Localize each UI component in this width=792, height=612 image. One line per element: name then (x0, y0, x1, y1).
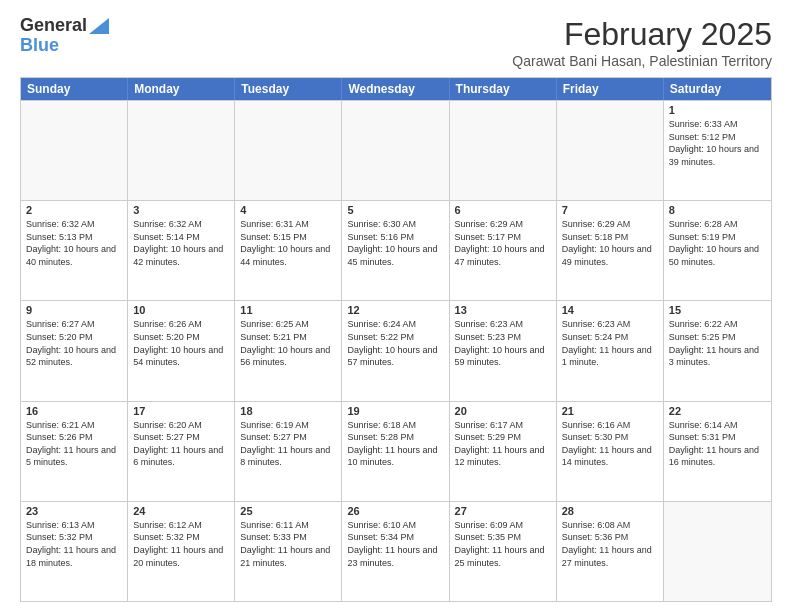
logo-general: General (20, 16, 87, 36)
day-number: 27 (455, 505, 551, 517)
day-number: 25 (240, 505, 336, 517)
day-number: 22 (669, 405, 766, 417)
calendar-cell: 22Sunrise: 6:14 AM Sunset: 5:31 PM Dayli… (664, 402, 771, 501)
day-number: 26 (347, 505, 443, 517)
day-number: 7 (562, 204, 658, 216)
cell-info: Sunrise: 6:27 AM Sunset: 5:20 PM Dayligh… (26, 318, 122, 368)
month-title: February 2025 (512, 16, 772, 53)
cell-info: Sunrise: 6:29 AM Sunset: 5:18 PM Dayligh… (562, 218, 658, 268)
day-number: 16 (26, 405, 122, 417)
day-number: 3 (133, 204, 229, 216)
calendar-cell: 20Sunrise: 6:17 AM Sunset: 5:29 PM Dayli… (450, 402, 557, 501)
day-number: 11 (240, 304, 336, 316)
cell-info: Sunrise: 6:16 AM Sunset: 5:30 PM Dayligh… (562, 419, 658, 469)
cell-info: Sunrise: 6:21 AM Sunset: 5:26 PM Dayligh… (26, 419, 122, 469)
day-number: 21 (562, 405, 658, 417)
calendar-cell: 2Sunrise: 6:32 AM Sunset: 5:13 PM Daylig… (21, 201, 128, 300)
cell-info: Sunrise: 6:18 AM Sunset: 5:28 PM Dayligh… (347, 419, 443, 469)
calendar-cell (128, 101, 235, 200)
cell-info: Sunrise: 6:13 AM Sunset: 5:32 PM Dayligh… (26, 519, 122, 569)
cell-info: Sunrise: 6:09 AM Sunset: 5:35 PM Dayligh… (455, 519, 551, 569)
calendar-header: SundayMondayTuesdayWednesdayThursdayFrid… (21, 78, 771, 100)
cell-info: Sunrise: 6:22 AM Sunset: 5:25 PM Dayligh… (669, 318, 766, 368)
calendar-cell (342, 101, 449, 200)
day-number: 6 (455, 204, 551, 216)
cell-info: Sunrise: 6:20 AM Sunset: 5:27 PM Dayligh… (133, 419, 229, 469)
cell-info: Sunrise: 6:30 AM Sunset: 5:16 PM Dayligh… (347, 218, 443, 268)
calendar-cell: 19Sunrise: 6:18 AM Sunset: 5:28 PM Dayli… (342, 402, 449, 501)
calendar-row-1: 1Sunrise: 6:33 AM Sunset: 5:12 PM Daylig… (21, 100, 771, 200)
calendar-cell: 12Sunrise: 6:24 AM Sunset: 5:22 PM Dayli… (342, 301, 449, 400)
calendar-cell: 10Sunrise: 6:26 AM Sunset: 5:20 PM Dayli… (128, 301, 235, 400)
svg-marker-0 (89, 18, 109, 34)
cell-info: Sunrise: 6:19 AM Sunset: 5:27 PM Dayligh… (240, 419, 336, 469)
day-number: 15 (669, 304, 766, 316)
calendar-row-2: 2Sunrise: 6:32 AM Sunset: 5:13 PM Daylig… (21, 200, 771, 300)
page: General Blue February 2025 Qarawat Bani … (0, 0, 792, 612)
cell-info: Sunrise: 6:25 AM Sunset: 5:21 PM Dayligh… (240, 318, 336, 368)
day-number: 12 (347, 304, 443, 316)
calendar-cell (664, 502, 771, 601)
calendar-cell: 7Sunrise: 6:29 AM Sunset: 5:18 PM Daylig… (557, 201, 664, 300)
day-number: 10 (133, 304, 229, 316)
calendar-cell: 27Sunrise: 6:09 AM Sunset: 5:35 PM Dayli… (450, 502, 557, 601)
weekday-header-monday: Monday (128, 78, 235, 100)
day-number: 23 (26, 505, 122, 517)
calendar-cell: 21Sunrise: 6:16 AM Sunset: 5:30 PM Dayli… (557, 402, 664, 501)
cell-info: Sunrise: 6:28 AM Sunset: 5:19 PM Dayligh… (669, 218, 766, 268)
calendar-cell: 11Sunrise: 6:25 AM Sunset: 5:21 PM Dayli… (235, 301, 342, 400)
day-number: 14 (562, 304, 658, 316)
day-number: 2 (26, 204, 122, 216)
weekday-header-saturday: Saturday (664, 78, 771, 100)
day-number: 5 (347, 204, 443, 216)
cell-info: Sunrise: 6:33 AM Sunset: 5:12 PM Dayligh… (669, 118, 766, 168)
header: General Blue February 2025 Qarawat Bani … (20, 16, 772, 69)
weekday-header-thursday: Thursday (450, 78, 557, 100)
calendar-cell: 23Sunrise: 6:13 AM Sunset: 5:32 PM Dayli… (21, 502, 128, 601)
weekday-header-sunday: Sunday (21, 78, 128, 100)
calendar-cell: 3Sunrise: 6:32 AM Sunset: 5:14 PM Daylig… (128, 201, 235, 300)
cell-info: Sunrise: 6:11 AM Sunset: 5:33 PM Dayligh… (240, 519, 336, 569)
cell-info: Sunrise: 6:17 AM Sunset: 5:29 PM Dayligh… (455, 419, 551, 469)
calendar-cell: 28Sunrise: 6:08 AM Sunset: 5:36 PM Dayli… (557, 502, 664, 601)
cell-info: Sunrise: 6:24 AM Sunset: 5:22 PM Dayligh… (347, 318, 443, 368)
calendar-cell: 8Sunrise: 6:28 AM Sunset: 5:19 PM Daylig… (664, 201, 771, 300)
calendar-cell (235, 101, 342, 200)
day-number: 17 (133, 405, 229, 417)
calendar-cell: 26Sunrise: 6:10 AM Sunset: 5:34 PM Dayli… (342, 502, 449, 601)
cell-info: Sunrise: 6:10 AM Sunset: 5:34 PM Dayligh… (347, 519, 443, 569)
calendar-row-3: 9Sunrise: 6:27 AM Sunset: 5:20 PM Daylig… (21, 300, 771, 400)
calendar-cell: 13Sunrise: 6:23 AM Sunset: 5:23 PM Dayli… (450, 301, 557, 400)
cell-info: Sunrise: 6:32 AM Sunset: 5:14 PM Dayligh… (133, 218, 229, 268)
calendar-cell: 4Sunrise: 6:31 AM Sunset: 5:15 PM Daylig… (235, 201, 342, 300)
cell-info: Sunrise: 6:08 AM Sunset: 5:36 PM Dayligh… (562, 519, 658, 569)
calendar-cell: 9Sunrise: 6:27 AM Sunset: 5:20 PM Daylig… (21, 301, 128, 400)
weekday-header-wednesday: Wednesday (342, 78, 449, 100)
cell-info: Sunrise: 6:12 AM Sunset: 5:32 PM Dayligh… (133, 519, 229, 569)
calendar-cell: 16Sunrise: 6:21 AM Sunset: 5:26 PM Dayli… (21, 402, 128, 501)
cell-info: Sunrise: 6:26 AM Sunset: 5:20 PM Dayligh… (133, 318, 229, 368)
calendar-cell: 6Sunrise: 6:29 AM Sunset: 5:17 PM Daylig… (450, 201, 557, 300)
logo: General Blue (20, 16, 109, 56)
day-number: 18 (240, 405, 336, 417)
calendar-cell: 24Sunrise: 6:12 AM Sunset: 5:32 PM Dayli… (128, 502, 235, 601)
calendar-cell (21, 101, 128, 200)
calendar-row-5: 23Sunrise: 6:13 AM Sunset: 5:32 PM Dayli… (21, 501, 771, 601)
cell-info: Sunrise: 6:32 AM Sunset: 5:13 PM Dayligh… (26, 218, 122, 268)
logo-icon (89, 18, 109, 34)
calendar-cell: 1Sunrise: 6:33 AM Sunset: 5:12 PM Daylig… (664, 101, 771, 200)
calendar-cell (450, 101, 557, 200)
day-number: 9 (26, 304, 122, 316)
calendar-cell: 18Sunrise: 6:19 AM Sunset: 5:27 PM Dayli… (235, 402, 342, 501)
day-number: 8 (669, 204, 766, 216)
day-number: 19 (347, 405, 443, 417)
weekday-header-tuesday: Tuesday (235, 78, 342, 100)
title-area: February 2025 Qarawat Bani Hasan, Palest… (512, 16, 772, 69)
cell-info: Sunrise: 6:23 AM Sunset: 5:24 PM Dayligh… (562, 318, 658, 368)
day-number: 24 (133, 505, 229, 517)
calendar-cell: 25Sunrise: 6:11 AM Sunset: 5:33 PM Dayli… (235, 502, 342, 601)
calendar-cell: 17Sunrise: 6:20 AM Sunset: 5:27 PM Dayli… (128, 402, 235, 501)
calendar-cell (557, 101, 664, 200)
calendar: SundayMondayTuesdayWednesdayThursdayFrid… (20, 77, 772, 602)
calendar-cell: 5Sunrise: 6:30 AM Sunset: 5:16 PM Daylig… (342, 201, 449, 300)
